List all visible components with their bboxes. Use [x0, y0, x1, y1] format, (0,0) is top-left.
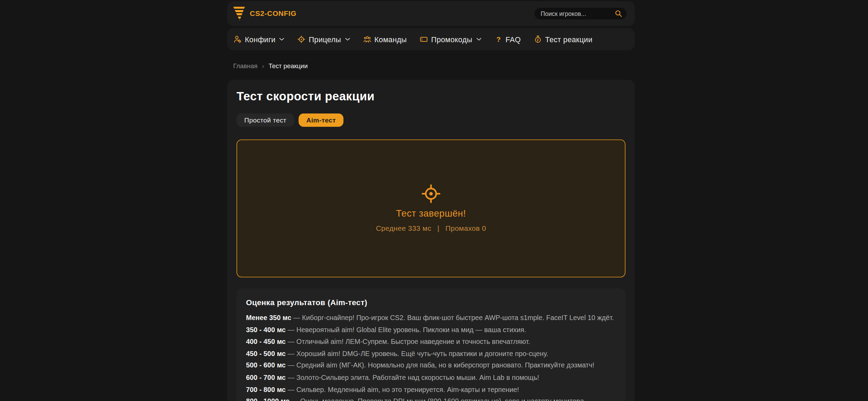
- result-range: 600 - 700 мс: [246, 374, 286, 381]
- result-range: 800 - 1000 мс: [246, 398, 289, 401]
- results-heading: Оценка результатов (Aim-тест): [246, 298, 616, 307]
- result-description: Золото-Сильвер элита. Работайте над скор…: [296, 374, 539, 381]
- nav-item-teams[interactable]: Команды: [363, 35, 407, 44]
- test-stats: Среднее 333 мс | Промахов 0: [376, 224, 486, 233]
- stopwatch-icon: [534, 35, 542, 43]
- nav-item-crosshairs[interactable]: Прицелы: [298, 35, 350, 44]
- nav-item-configs[interactable]: Конфиги: [234, 35, 284, 44]
- result-range-line: 350 - 400 мс — Невероятный aim! Global E…: [246, 326, 616, 333]
- main-card: Тест скорости реакции Простой тестAim-те…: [227, 80, 635, 401]
- nav-item-label: Конфиги: [245, 35, 276, 44]
- results-list: Менее 350 мс — Киборг-снайпер! Про-игрок…: [246, 315, 616, 401]
- breadcrumb-current: Тест реакции: [269, 63, 308, 69]
- result-range: Менее 350 мс: [246, 314, 291, 321]
- result-description: Невероятный aim! Global Elite уровень. П…: [296, 326, 526, 334]
- reaction-test-zone[interactable]: Тест завершён! Среднее 333 мс | Промахов…: [236, 139, 625, 277]
- result-range-line: 450 - 500 мс — Хороший aim! DMG-ЛЕ урове…: [246, 350, 616, 357]
- test-finished-title: Тест завершён!: [396, 208, 466, 219]
- ticket-icon: [420, 35, 428, 43]
- result-range-line: 600 - 700 мс — Золото-Сильвер элита. Раб…: [246, 374, 616, 381]
- search-icon[interactable]: [615, 10, 622, 17]
- result-description: Средний aim (МГ-АК). Нормально для паба,…: [296, 362, 594, 369]
- nav-item-label: Прицелы: [309, 35, 341, 44]
- chevron-down-icon: [345, 38, 350, 41]
- result-range-line: 400 - 450 мс — Отличный aim! ЛЕМ-Супрем.…: [246, 338, 616, 345]
- team-icon: [363, 35, 371, 43]
- result-description: Очень медленно. Проверьте DPI мыши (800-…: [300, 398, 586, 401]
- result-range: 700 - 800 мс: [246, 386, 286, 393]
- question-icon: [494, 35, 502, 43]
- nav-item-promocodes[interactable]: Промокоды: [420, 35, 481, 44]
- result-description: Киборг-снайпер! Про-игрок CS2. Ваш флик-…: [302, 314, 614, 321]
- tab-aim-test[interactable]: Aim-тест: [298, 113, 343, 127]
- result-range: 450 - 500 мс: [246, 350, 286, 357]
- result-range: 350 - 400 мс: [246, 326, 286, 334]
- result-description: Хороший aim! DMG-ЛЕ уровень. Ещё чуть-чу…: [296, 350, 548, 357]
- breadcrumb-separator: ›: [262, 62, 264, 70]
- result-range-line: 800 - 1000 мс — Очень медленно. Проверьт…: [246, 398, 616, 401]
- search-box: [535, 8, 627, 19]
- brand-logo-icon: [233, 7, 245, 20]
- nav-item-label: Команды: [374, 35, 407, 44]
- crosshair-icon: [298, 35, 305, 43]
- brand-name: CS2-CONFIG: [250, 9, 297, 18]
- average-time-value: Среднее 333 мс: [376, 224, 431, 233]
- result-range: 500 - 600 мс: [246, 362, 286, 369]
- nav-item-label: Промокоды: [431, 35, 472, 44]
- brand-logo[interactable]: CS2-CONFIG: [233, 7, 297, 20]
- chevron-down-icon: [279, 38, 284, 41]
- page-title: Тест скорости реакции: [236, 90, 625, 103]
- search-input[interactable]: [535, 8, 627, 19]
- nav-item-faq[interactable]: FAQ: [494, 35, 521, 44]
- test-mode-tabs: Простой тестAim-тест: [236, 113, 625, 127]
- result-range: 400 - 450 мс: [246, 338, 286, 345]
- nav-item-label: FAQ: [505, 35, 521, 44]
- page: CS2-CONFIG Конфиги Прицелы: [0, 0, 868, 401]
- result-description: Отличный aim! ЛЕМ-Супрем. Быстрое наведе…: [296, 338, 530, 345]
- result-range-line: 500 - 600 мс — Средний aim (МГ-АК). Норм…: [246, 362, 616, 369]
- breadcrumb-home-link[interactable]: Главная: [233, 63, 258, 69]
- content-column: CS2-CONFIG Конфиги Прицелы: [227, 0, 635, 401]
- target-crosshair-icon: [422, 184, 440, 203]
- result-description: Сильвер. Медленный aim, но это тренирует…: [296, 386, 519, 393]
- results-section: Оценка результатов (Aim-тест) Менее 350 …: [236, 289, 625, 401]
- user-gear-icon: [234, 35, 241, 43]
- breadcrumb: Главная › Тест реакции: [233, 62, 635, 70]
- result-range-line: Менее 350 мс — Киборг-снайпер! Про-игрок…: [246, 315, 616, 321]
- stats-separator: |: [437, 224, 439, 233]
- main-nav: Конфиги Прицелы Команды: [227, 28, 635, 51]
- nav-item-reaction-test[interactable]: Тест реакции: [534, 35, 593, 44]
- chevron-down-icon: [476, 38, 481, 41]
- result-range-line: 700 - 800 мс — Сильвер. Медленный aim, н…: [246, 386, 616, 393]
- miss-count-value: Промахов 0: [446, 224, 486, 233]
- header-bar: CS2-CONFIG: [227, 1, 635, 26]
- nav-item-label: Тест реакции: [545, 35, 593, 44]
- tab-simple-test[interactable]: Простой тест: [236, 113, 294, 127]
